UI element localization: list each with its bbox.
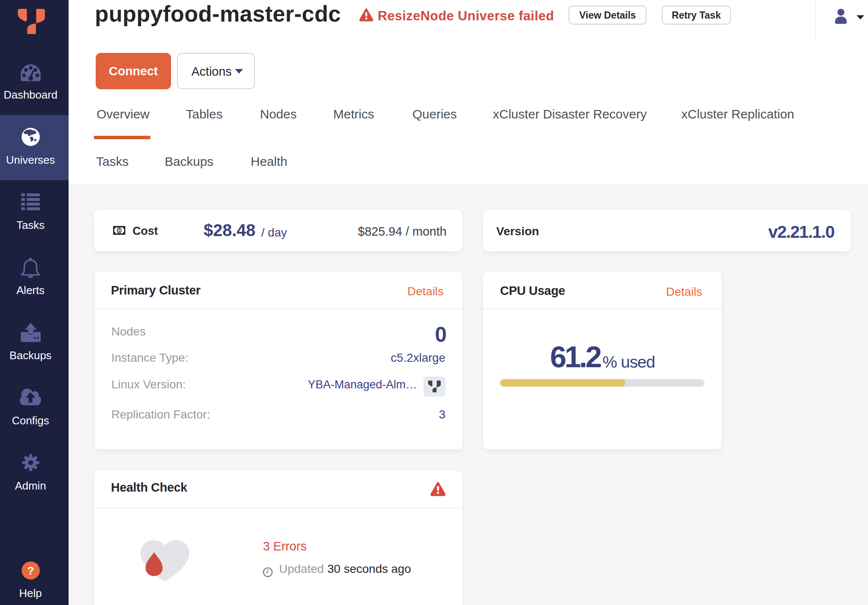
svg-text:?: ? (27, 564, 34, 577)
svg-text:1: 1 (118, 228, 121, 233)
